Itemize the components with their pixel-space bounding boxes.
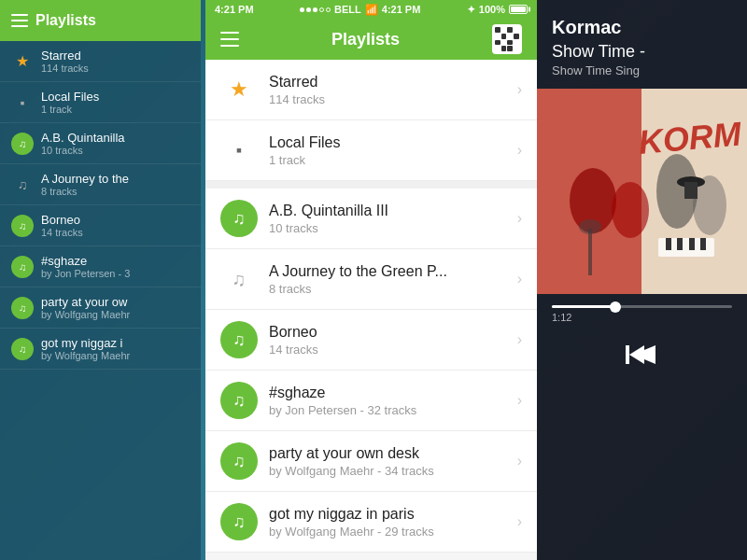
ab-name: A.B. Quintanilla III <box>269 203 510 219</box>
music-note-icon-ab: ♫ <box>11 133 34 155</box>
svg-rect-13 <box>700 238 706 250</box>
music-note-icon-borneo: ♫ <box>233 330 246 350</box>
left-panel-header: Playlists <box>0 0 201 41</box>
left-item-ab-sub: 10 tracks <box>41 145 190 156</box>
borneo-sub: 14 tracks <box>269 343 510 357</box>
carrier: BELL <box>334 4 361 15</box>
music-note-icon-party: ♫ <box>11 297 34 319</box>
svg-rect-12 <box>689 238 695 250</box>
borneo-icon-wrap: ♫ <box>220 321 258 358</box>
progress-bar[interactable] <box>552 305 732 308</box>
left-panel-title: Playlists <box>35 12 96 29</box>
sghaze-name: #sghaze <box>269 385 510 401</box>
dot-4 <box>319 7 324 12</box>
chevron-icon-sghaze: › <box>517 392 522 409</box>
center-phone: 4:21 PM BELL 📶 4:21 PM ✦ 100% Playli <box>205 0 537 560</box>
party-name: party at your own desk <box>269 445 510 462</box>
music-note-icon-niggaz: ♫ <box>233 512 246 532</box>
star-icon: ★ <box>230 77 248 102</box>
playlist-item-niggaz[interactable]: ♫ got my niggaz in paris by Wolfgang Mae… <box>205 492 537 553</box>
playlist-container: ★ Starred 114 tracks › ▪ Local Files 1 t… <box>205 60 537 553</box>
nav-hamburger-button[interactable] <box>220 32 239 47</box>
current-time: 1:12 <box>552 312 571 323</box>
left-item-party[interactable]: ♫ party at your ow by Wolfgang Maehr <box>0 287 201 329</box>
music-note-icon-sghaze: ♫ <box>11 256 34 278</box>
music-note-icon-journey: ♫ <box>11 174 34 196</box>
battery-fill <box>511 7 526 12</box>
niggaz-name: got my niggaz in paris <box>269 506 510 523</box>
playlist-item-party[interactable]: ♫ party at your own desk by Wolfgang Mae… <box>205 431 537 492</box>
niggaz-sub: by Wolfgang Maehr - 29 tracks <box>269 525 510 539</box>
right-sub: Show Time Sing <box>537 63 747 89</box>
dot-3 <box>313 7 317 12</box>
star-icon: ★ <box>11 50 34 73</box>
left-item-niggaz-sub: by Wolfgang Maehr <box>41 350 190 361</box>
music-note-icon-ab: ♫ <box>233 209 246 229</box>
playlist-item-local[interactable]: ▪ Local Files 1 track › <box>205 120 537 181</box>
left-item-sghaze-sub: by Jon Petersen - 3 <box>41 268 190 279</box>
phone-nav-bar: Playlists <box>205 19 537 60</box>
playlist-item-starred[interactable]: ★ Starred 114 tracks › <box>205 60 537 120</box>
progress-fill <box>552 305 615 308</box>
chevron-icon-borneo: › <box>517 331 522 348</box>
left-item-journey-sub: 8 tracks <box>41 186 190 197</box>
status-center: BELL 📶 4:21 PM <box>300 4 420 16</box>
bluetooth-icon: ✦ <box>467 4 475 16</box>
playlist-item-borneo[interactable]: ♫ Borneo 14 tracks › <box>205 310 537 371</box>
left-item-local-sub: 1 track <box>41 104 190 115</box>
progress-knob[interactable] <box>610 301 621 313</box>
left-item-party-name: party at your ow <box>41 295 190 309</box>
playlist-item-ab[interactable]: ♫ A.B. Quintanilla III 10 tracks › <box>205 189 537 249</box>
music-note-icon-niggaz: ♫ <box>11 338 34 360</box>
left-item-starred-sub: 114 tracks <box>41 63 190 74</box>
left-item-sghaze[interactable]: ♫ #sghaze by Jon Petersen - 3 <box>0 246 201 287</box>
hamburger-icon[interactable] <box>11 14 28 27</box>
playback-controls <box>537 334 747 375</box>
starred-sub: 114 tracks <box>269 92 510 106</box>
nav-title: Playlists <box>331 30 400 49</box>
left-item-niggaz[interactable]: ♫ got my niggaz i by Wolfgang Maehr <box>0 329 201 370</box>
svg-rect-11 <box>677 238 683 250</box>
chevron-icon-party: › <box>517 453 522 469</box>
chevron-icon-ab: › <box>517 210 522 227</box>
music-note-icon-borneo: ♫ <box>11 215 34 237</box>
local-sub: 1 track <box>269 153 510 167</box>
left-item-ab[interactable]: ♫ A.B. Quintanilla 10 tracks <box>0 123 201 164</box>
ab-icon-wrap: ♫ <box>220 200 258 237</box>
left-item-borneo-name: Borneo <box>41 213 190 227</box>
status-time-left: 4:21 PM <box>215 4 254 15</box>
left-item-journey[interactable]: ♫ A Journey to the 8 tracks <box>0 164 201 205</box>
album-art-svg: KORM <box>537 89 747 294</box>
left-item-starred-name: Starred <box>41 49 190 63</box>
svg-rect-15 <box>684 182 698 199</box>
chevron-icon-niggaz: › <box>517 513 522 530</box>
section-divider <box>205 181 537 189</box>
party-sub: by Wolfgang Maehr - 34 tracks <box>269 464 510 478</box>
left-item-starred[interactable]: ★ Starred 114 tracks <box>0 41 201 82</box>
signal-dots <box>300 7 331 12</box>
playlist-item-journey[interactable]: ♫ A Journey to the Green P... 8 tracks › <box>205 249 537 310</box>
left-item-local[interactable]: ▪ Local Files 1 track <box>0 82 201 123</box>
journey-name: A Journey to the Green P... <box>269 263 510 280</box>
left-item-ab-name: A.B. Quintanilla <box>41 131 190 145</box>
chevron-icon-journey: › <box>517 271 522 287</box>
svg-rect-7 <box>588 229 592 275</box>
battery-percent: 100% <box>479 4 505 15</box>
svg-rect-10 <box>666 238 671 250</box>
dot-1 <box>300 7 304 12</box>
dot-5 <box>326 7 331 12</box>
niggaz-icon-wrap: ♫ <box>220 503 258 540</box>
chevron-icon-local: › <box>517 142 522 159</box>
svg-rect-16 <box>626 345 629 364</box>
skip-back-button[interactable] <box>626 342 659 368</box>
left-item-borneo-sub: 14 tracks <box>41 227 190 238</box>
right-artist: Kormac <box>537 0 747 42</box>
starred-icon-wrap: ★ <box>220 71 258 108</box>
playlist-item-sghaze[interactable]: ♫ #sghaze by Jon Petersen - 32 tracks › <box>205 371 537 431</box>
left-item-borneo[interactable]: ♫ Borneo 14 tracks <box>0 205 201 246</box>
album-art: KORM <box>537 89 747 294</box>
qr-code-icon[interactable] <box>492 24 522 54</box>
chevron-icon-starred: › <box>517 81 522 98</box>
starred-name: Starred <box>269 74 510 91</box>
local-files-icon: ▪ <box>11 91 34 114</box>
